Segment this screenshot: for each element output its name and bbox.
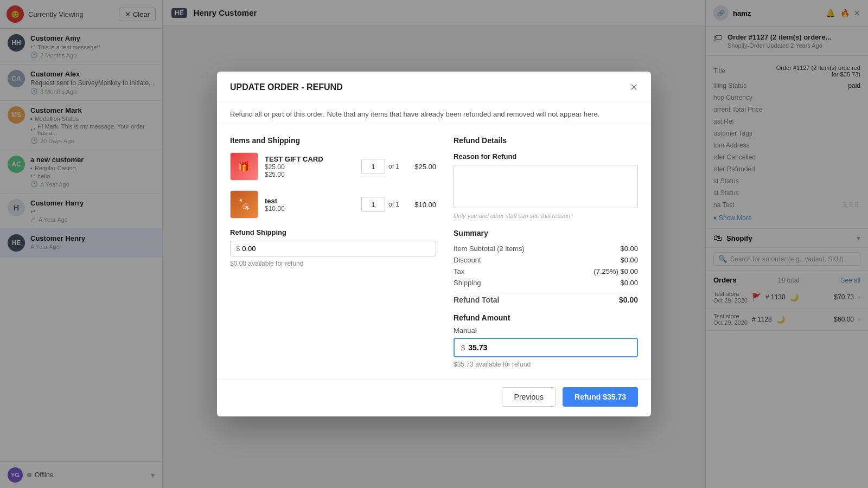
item-image-test: 🍖 (230, 190, 258, 219)
modal-right: Refund Details Reason for Refund Only yo… (454, 136, 638, 368)
refund-available-text: $35.73 available for refund (454, 361, 638, 368)
manual-dollar-sign: $ (461, 344, 465, 352)
modal-body: Items and Shipping 🎁 TEST GIFT CARD $25.… (217, 125, 651, 379)
item-qty-test[interactable] (361, 197, 385, 212)
refund-shipping-label: Refund Shipping (230, 228, 436, 236)
item-of-gift-card: of 1 (388, 163, 399, 170)
summary-total-label: Refund Total (454, 296, 500, 304)
summary-value-discount: $0.00 (620, 256, 638, 264)
reason-note: Only you and other staff can see this re… (454, 213, 638, 219)
refund-details-heading: Refund Details (454, 136, 638, 145)
summary-label-discount: Discount (454, 256, 481, 264)
item-price-test: $10.00 (265, 205, 355, 213)
summary-row-total: Refund Total $0.00 (454, 292, 638, 306)
summary-row-shipping: Shipping $0.00 (454, 277, 638, 288)
modal-description: Refund all or part of this order. Note t… (217, 101, 651, 126)
summary-row-subtotal: Item Subtotal (2 items) $0.00 (454, 243, 638, 254)
summary-label-shipping: Shipping (454, 279, 481, 287)
item-subtotal-test: $10.00 (406, 201, 436, 209)
item-row-test: 🍖 test $10.00 of 1 $10.00 (230, 190, 436, 219)
summary-label-tax: Tax (454, 267, 464, 275)
modal-overlay: UPDATE ORDER - REFUND ✕ Refund all or pa… (0, 0, 868, 488)
reason-section: Reason for Refund Only you and other sta… (454, 152, 638, 219)
manual-label: Manual (454, 326, 638, 335)
summary-row-discount: Discount $0.00 (454, 254, 638, 266)
summary-value-tax: (7.25%) $0.00 (593, 267, 638, 275)
modal-title: UPDATE ORDER - REFUND (230, 82, 343, 92)
shipping-available-text: $0.00 available for refund (230, 260, 436, 267)
modal-header: UPDATE ORDER - REFUND ✕ (217, 72, 651, 101)
shipping-input[interactable] (242, 245, 430, 253)
item-price-line1: $25.00 (265, 163, 355, 171)
item-subtotal-gift-card: $25.00 (406, 163, 436, 171)
manual-amount-input[interactable] (468, 343, 630, 352)
summary-label-subtotal: Item Subtotal (2 items) (454, 245, 525, 253)
item-name-test: test (265, 197, 355, 205)
reason-textarea[interactable] (454, 165, 638, 208)
item-row-gift-card: 🎁 TEST GIFT CARD $25.00 $25.00 of 1 $25.… (230, 152, 436, 181)
summary-total-value: $0.00 (619, 296, 638, 304)
refund-modal: UPDATE ORDER - REFUND ✕ Refund all or pa… (217, 72, 651, 417)
modal-close-button[interactable]: ✕ (630, 81, 638, 93)
shipping-dollar-sign: $ (236, 245, 240, 253)
refund-amount-section: Refund Amount Manual $ $35.73 available … (454, 313, 638, 368)
item-name-gift-card: TEST GIFT CARD (265, 155, 355, 163)
refund-shipping-section: Refund Shipping $ $0.00 available for re… (230, 228, 436, 267)
refund-amount-heading: Refund Amount (454, 313, 638, 322)
item-qty-gift-card[interactable] (361, 159, 385, 174)
summary-row-tax: Tax (7.25%) $0.00 (454, 266, 638, 277)
modal-footer: Previous Refund $35.73 (217, 379, 651, 416)
item-image-gift-card: 🎁 (230, 152, 258, 181)
summary-heading: Summary (454, 229, 638, 237)
refund-button[interactable]: Refund $35.73 (563, 387, 638, 407)
reason-label: Reason for Refund (454, 152, 638, 160)
item-of-test: of 1 (388, 201, 399, 208)
item-price-line2: $25.00 (265, 171, 355, 178)
items-shipping-heading: Items and Shipping (230, 136, 436, 145)
previous-button[interactable]: Previous (502, 387, 556, 407)
summary-section: Summary Item Subtotal (2 items) $0.00 Di… (454, 229, 638, 306)
summary-value-subtotal: $0.00 (620, 245, 638, 253)
modal-left: Items and Shipping 🎁 TEST GIFT CARD $25.… (230, 136, 436, 368)
summary-value-shipping: $0.00 (620, 279, 638, 287)
